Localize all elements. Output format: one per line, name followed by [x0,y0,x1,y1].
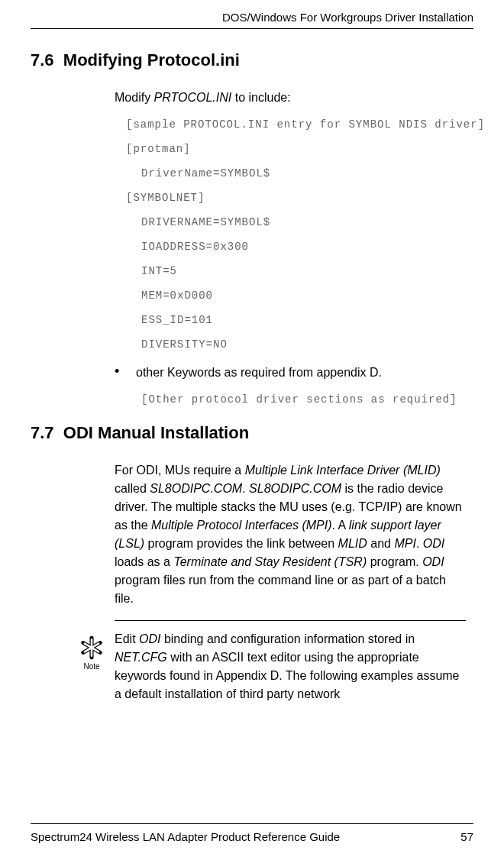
footer-title: Spectrum24 Wireless LAN Adapter Product … [31,830,340,843]
term: Terminate and Stay Resident (TSR) [173,555,367,568]
filename: NET.CFG [115,651,167,664]
bullet-marker: • [115,364,136,382]
text: program provides the link between [144,537,338,550]
note-text: Edit ODI binding and configuration infor… [115,630,466,703]
text: Edit [115,632,139,645]
code-line: [Other protocol driver sections as requi… [126,394,473,405]
term: ODI [423,537,444,550]
text: loads as a [115,555,173,568]
footer-rule [31,823,473,824]
term: ODI [422,555,444,568]
text: program files run from the command line … [115,574,446,605]
section-title: ODI Manual Installation [63,423,249,442]
filename: PRTOCOL.INI [154,91,232,104]
header-rule [31,28,473,29]
text: and [367,537,395,550]
section-number: 7.7 [31,423,54,442]
section-heading-7-6: 7.6 Modifying Protocol.ini [31,50,473,70]
asterisk-icon [79,635,105,661]
page-footer: Spectrum24 Wireless LAN Adapter Product … [31,823,473,843]
text: program. [367,555,422,568]
filename: SL8ODIPC.COM [249,482,341,495]
note-label: Note [83,662,99,671]
code-line: MEM=0xD000 [126,290,473,301]
text: For ODI, MUs require a [115,464,245,477]
filename: SL8ODIPC.COM [150,482,242,495]
code-line: DIVERSITY=NO [126,339,473,350]
text: . [242,482,249,495]
code-line: [SYMBOLNET] [126,192,473,203]
odi-paragraph: For ODI, MUs require a Multiple Link Int… [115,461,466,608]
text: . A [332,519,349,532]
code-line: INT=5 [126,266,473,276]
note-rule [115,620,466,621]
text: to include: [231,91,290,104]
code-block-protocol-ini: [sample PROTOCOL.INI entry for SYMBOL ND… [126,119,473,350]
code-block-other: [Other protocol driver sections as requi… [126,394,473,405]
term: ODI [139,632,160,645]
code-line: IOADDRESS=0x300 [126,241,473,252]
text: Modify [115,91,154,104]
term: MPI [394,537,415,550]
code-line: [sample PROTOCOL.INI entry for SYMBOL ND… [126,119,473,130]
note-block: Note Edit ODI binding and configuration … [69,630,466,703]
bullet-item: • other Keywords as required from append… [115,364,466,382]
code-line: [protman] [126,144,473,154]
section-number: 7.6 [31,50,54,70]
running-header: DOS/Windows For Workgroups Driver Instal… [31,0,473,28]
text: . [416,537,423,550]
code-line: ESS_ID=101 [126,315,473,325]
section-title: Modifying Protocol.ini [63,50,240,70]
term: MLID [338,537,367,550]
section-heading-7-7: 7.7 ODI Manual Installation [31,423,473,443]
bullet-text: other Keywords as required from appendix… [136,364,382,382]
text: binding and configuration information st… [160,632,415,645]
term: Multiple Link Interface Driver (MLID) [245,464,441,477]
text: called [115,482,150,495]
term: Multiple Protocol Interfaces (MPI) [151,519,332,532]
code-line: DriverName=SYMBOL$ [126,168,473,179]
code-line: DRIVERNAME=SYMBOL$ [126,217,473,228]
page-number: 57 [460,830,473,843]
note-icon-column: Note [69,635,115,671]
intro-paragraph: Modify PRTOCOL.INI to include: [115,89,466,107]
